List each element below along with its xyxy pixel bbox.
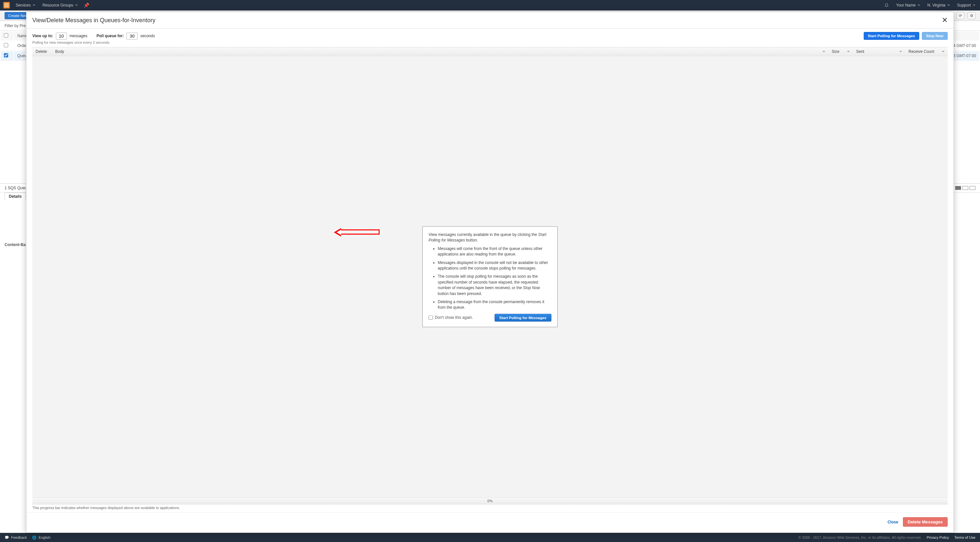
speech-icon: 💬 bbox=[5, 536, 9, 540]
annotation-red-arrow bbox=[334, 228, 380, 236]
dont-show-again-label[interactable]: Don't show this again. bbox=[429, 315, 473, 320]
col-size[interactable]: Size bbox=[829, 47, 853, 56]
seconds-word: seconds bbox=[140, 33, 155, 38]
notifications[interactable] bbox=[883, 3, 890, 8]
stop-now-button: Stop Now bbox=[922, 32, 948, 40]
feedback-link[interactable]: 💬Feedback bbox=[5, 536, 27, 540]
caret-down-icon bbox=[973, 5, 975, 6]
start-polling-button[interactable]: Start Polling for Messages bbox=[864, 32, 919, 40]
terms-link[interactable]: Terms of Use bbox=[954, 536, 975, 539]
close-icon[interactable]: ✕ bbox=[942, 17, 948, 24]
layout-thumb-icon[interactable] bbox=[955, 186, 961, 190]
filter-label: Filter by Pre bbox=[5, 24, 26, 28]
bell-icon bbox=[884, 3, 889, 8]
view-up-to-input[interactable] bbox=[56, 33, 67, 40]
view-up-to-label: View up to: bbox=[32, 33, 53, 38]
progress-note: This progress bar indicates whether mess… bbox=[27, 504, 953, 512]
caret-down-icon bbox=[918, 5, 920, 6]
delete-messages-button[interactable]: Delete Messages bbox=[903, 517, 948, 527]
select-all-checkbox[interactable] bbox=[4, 33, 8, 38]
refresh-button[interactable]: ⟳ bbox=[956, 12, 964, 19]
language-selector[interactable]: 🌐English bbox=[32, 536, 50, 540]
modal-title: View/Delete Messages in Queues-for-Inven… bbox=[32, 17, 156, 24]
progress-bar: 0% bbox=[32, 497, 948, 504]
user-label: Your Name bbox=[896, 3, 916, 8]
selection-summary: 1 SQS Queue bbox=[5, 185, 29, 190]
caret-down-icon bbox=[33, 5, 35, 6]
row-checkbox[interactable] bbox=[4, 43, 8, 47]
region-menu[interactable]: N. Virginia bbox=[926, 3, 951, 8]
info-bullet: Deleting a message from the console perm… bbox=[438, 299, 551, 311]
globe-icon: 🌐 bbox=[32, 536, 37, 540]
privacy-link[interactable]: Privacy Policy bbox=[927, 536, 949, 539]
support-label: Support bbox=[957, 3, 971, 8]
caret-down-icon bbox=[947, 5, 950, 6]
info-bullet: The console will stop polling for messag… bbox=[438, 274, 551, 296]
pin-icon[interactable]: 📌 bbox=[84, 3, 89, 8]
info-bullet: Messages displayed in the console will n… bbox=[438, 260, 551, 271]
layout-thumb-icon[interactable] bbox=[963, 186, 968, 190]
col-delete: Delete bbox=[32, 47, 52, 56]
info-intro: View messages currently available in the… bbox=[429, 232, 551, 243]
col-sent[interactable]: Sent bbox=[853, 47, 905, 56]
info-start-polling-button[interactable]: Start Polling for Messages bbox=[495, 314, 551, 322]
poll-for-label: Poll queue for: bbox=[96, 33, 124, 38]
col-body[interactable]: Body bbox=[52, 47, 829, 56]
view-delete-messages-modal: View/Delete Messages in Queues-for-Inven… bbox=[26, 12, 954, 533]
close-button[interactable]: Close bbox=[888, 520, 898, 525]
resource-groups-menu[interactable]: Resource Groups bbox=[41, 3, 79, 8]
gear-icon: ⚙ bbox=[970, 13, 974, 18]
refresh-icon: ⟳ bbox=[959, 13, 962, 18]
poll-for-input[interactable] bbox=[126, 33, 137, 40]
settings-button[interactable]: ⚙ bbox=[967, 12, 975, 19]
layout-thumb-icon[interactable] bbox=[970, 186, 975, 190]
footer: 💬Feedback 🌐English © 2008 - 2017, Amazon… bbox=[0, 533, 980, 542]
messages-word: messages bbox=[70, 33, 88, 38]
services-menu[interactable]: Services bbox=[14, 3, 37, 8]
resource-groups-label: Resource Groups bbox=[43, 3, 73, 8]
info-bullet: Messages will come from the front of the… bbox=[438, 246, 551, 257]
caret-down-icon bbox=[75, 5, 78, 6]
services-label: Services bbox=[16, 3, 31, 8]
user-menu[interactable]: Your Name bbox=[895, 3, 921, 8]
aws-logo[interactable] bbox=[3, 2, 10, 8]
region-label: N. Virginia bbox=[928, 3, 945, 8]
copyright: © 2008 - 2017, Amazon Web Services, Inc.… bbox=[799, 536, 921, 539]
row-checkbox[interactable] bbox=[4, 53, 8, 57]
messages-body: View messages currently available in the… bbox=[32, 56, 948, 497]
support-menu[interactable]: Support bbox=[956, 3, 977, 8]
polling-info-dialog: View messages currently available in the… bbox=[422, 227, 558, 327]
top-navbar: Services Resource Groups 📌 Your Name N. … bbox=[0, 0, 980, 10]
tab-details[interactable]: Details bbox=[5, 193, 26, 200]
poll-note: Polling for new messages once every 2 se… bbox=[27, 40, 953, 47]
messages-table-header: Delete Body Size Sent Receive Count bbox=[32, 47, 948, 56]
col-receive[interactable]: Receive Count bbox=[905, 47, 948, 56]
dont-show-again-checkbox[interactable] bbox=[429, 315, 433, 320]
